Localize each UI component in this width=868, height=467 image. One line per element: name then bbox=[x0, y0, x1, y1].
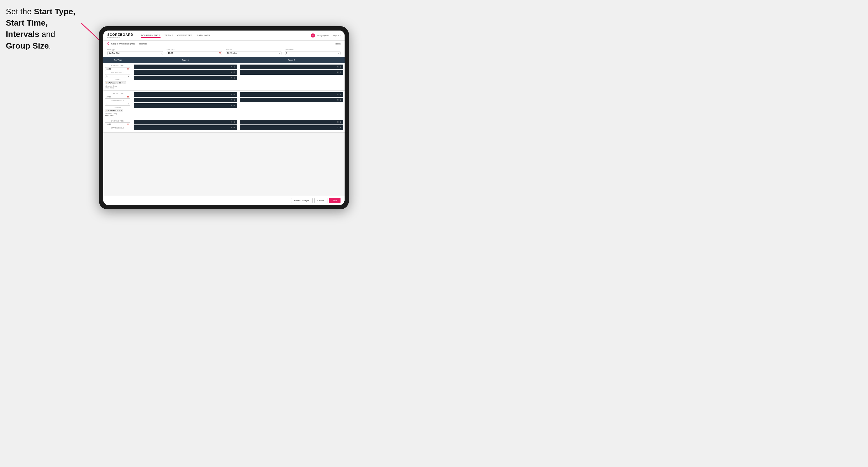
player-slot-2-1: ✕ ⊕ bbox=[240, 65, 343, 69]
player-slot-3-2: ✕ ⊕ bbox=[134, 98, 237, 102]
chevron-icon-1: ▾ bbox=[128, 75, 129, 77]
save-button[interactable]: Save bbox=[329, 198, 341, 203]
add-player-icon[interactable]: ⊕ bbox=[340, 66, 341, 68]
starting-time-input-1[interactable]: 10:00 ⏰ bbox=[105, 67, 130, 71]
add-player-icon[interactable]: ⊕ bbox=[234, 77, 235, 79]
back-link[interactable]: Back bbox=[335, 42, 341, 45]
schedule-table: Tee Time Team 1 Team 2 STARTING TIME: 10… bbox=[103, 57, 345, 196]
remove-player-icon[interactable]: ✕ bbox=[231, 99, 232, 101]
nav-link-tournaments[interactable]: TOURNAMENTS bbox=[141, 33, 160, 38]
add-player-icon[interactable]: ⊕ bbox=[340, 99, 341, 101]
slot-icons: ✕ ⊕ bbox=[231, 121, 235, 123]
footer-bar: Reset Changes Cancel Save bbox=[103, 196, 345, 205]
add-player-icon[interactable]: ⊕ bbox=[340, 71, 341, 73]
start-time-value: 10:00 bbox=[168, 52, 173, 54]
group-row-1: STARTING TIME: 10:00 ⏰ STARTING HOLE: 1 … bbox=[103, 63, 345, 91]
start-type-value: 1st Tee Start bbox=[109, 52, 120, 54]
settings-row: Start Type 1st Tee Start ▾ Start Time 10… bbox=[103, 47, 345, 57]
add-group-2[interactable]: + Add Group bbox=[105, 115, 130, 116]
add-player-icon[interactable]: ⊕ bbox=[234, 66, 235, 68]
player-slot-3-3: ✕ ⊕ bbox=[134, 103, 237, 108]
remove-player-icon[interactable]: ✕ bbox=[337, 121, 339, 123]
col-team2: Team 2 bbox=[239, 58, 345, 62]
reset-changes-button[interactable]: Reset Changes bbox=[291, 198, 313, 203]
sign-out-link[interactable]: Sign out bbox=[333, 35, 341, 37]
add-player-icon[interactable]: ⊕ bbox=[234, 126, 235, 129]
course-label-1: COURSE: bbox=[105, 79, 130, 81]
intervals-select[interactable]: 10 Minutes ▾ bbox=[226, 51, 281, 55]
clock-icon-1: ⏰ bbox=[127, 68, 129, 70]
user-email: blair@clipp.io bbox=[317, 35, 329, 37]
breadcrumb: C Clippd Invitational (Me) › Hosting bbox=[107, 42, 147, 45]
start-time-select[interactable]: 10:00 ⏰ bbox=[166, 51, 222, 55]
slot-icons: ✕ ⊕ bbox=[337, 99, 341, 101]
breadcrumb-section: Hosting bbox=[139, 42, 147, 45]
remove-player-icon[interactable]: ✕ bbox=[337, 99, 339, 101]
starting-hole-input-2[interactable]: 1 ▾ bbox=[105, 102, 130, 105]
group-actions-2: ○ Remove Group + Add Group bbox=[105, 113, 130, 116]
course-label-2: COURSE: bbox=[105, 106, 130, 108]
add-player-icon[interactable]: ⊕ bbox=[234, 71, 235, 73]
slot-icons: ✕ ⊕ bbox=[231, 126, 235, 129]
tee-time-col-2: STARTING TIME: 10:10 ⏰ STARTING HOLE: 1 … bbox=[103, 91, 132, 118]
clock-icon-2: ⏰ bbox=[127, 96, 129, 98]
slot-icons: ✕ ⊕ bbox=[231, 77, 235, 79]
group-row-2: STARTING TIME: 10:10 ⏰ STARTING HOLE: 1 … bbox=[103, 91, 345, 118]
col-tee-time: Tee Time bbox=[103, 58, 132, 62]
player-slot-6-1: ✕ ⊕ bbox=[240, 120, 343, 124]
remove-player-icon[interactable]: ✕ bbox=[231, 93, 232, 96]
start-type-select[interactable]: 1st Tee Start ▾ bbox=[107, 51, 163, 55]
slot-icons: ✕ ⊕ bbox=[337, 126, 341, 129]
table-header: Tee Time Team 1 Team 2 bbox=[103, 57, 345, 63]
add-course-icon-2[interactable]: + bbox=[121, 110, 122, 112]
add-player-icon[interactable]: ⊕ bbox=[340, 126, 341, 129]
remove-player-icon[interactable]: ✕ bbox=[231, 71, 232, 73]
remove-player-icon[interactable]: ✕ bbox=[231, 104, 232, 107]
add-player-icon[interactable]: ⊕ bbox=[340, 121, 341, 123]
team2-col-1: ✕ ⊕ ✕ ⊕ bbox=[239, 63, 345, 90]
group-size-group: Group Size 3 ▾ bbox=[285, 49, 341, 55]
remove-player-icon[interactable]: ✕ bbox=[337, 66, 339, 68]
nav-link-committee[interactable]: COMMITTEE bbox=[177, 33, 193, 38]
breadcrumb-bar: C Clippd Invitational (Me) › Hosting Bac… bbox=[103, 41, 345, 47]
tablet-screen: SCOREBOARD Powered by clipp.io TOURNAMEN… bbox=[103, 31, 345, 205]
add-player-icon[interactable]: ⊕ bbox=[340, 93, 341, 96]
team1-col-3: ✕ ⊕ ✕ ⊕ bbox=[132, 118, 239, 132]
separator: | bbox=[331, 35, 331, 37]
player-slot-1-3: ✕ ⊕ bbox=[134, 75, 237, 80]
team1-col-1: ✕ ⊕ ✕ ⊕ ✕ ⊕ bbox=[132, 63, 239, 90]
add-player-icon[interactable]: ⊕ bbox=[234, 93, 235, 96]
nav-link-teams[interactable]: TEAMS bbox=[164, 33, 173, 38]
starting-hole-input-1[interactable]: 1 ▾ bbox=[105, 74, 130, 78]
starting-time-label-2: STARTING TIME: bbox=[105, 92, 130, 94]
group-actions-1: ○ Remove Group + Add Group bbox=[105, 85, 130, 89]
add-course-icon-1[interactable]: + bbox=[124, 82, 125, 84]
remove-course-icon-2[interactable]: ✕ bbox=[119, 109, 120, 112]
nav-link-rankings[interactable]: RANKINGS bbox=[196, 33, 210, 38]
add-player-icon[interactable]: ⊕ bbox=[234, 99, 235, 101]
add-group-1[interactable]: + Add Group bbox=[105, 87, 130, 89]
remove-player-icon[interactable]: ✕ bbox=[337, 71, 339, 73]
user-avatar: B bbox=[311, 33, 315, 37]
nav-bar: SCOREBOARD Powered by clipp.io TOURNAMEN… bbox=[103, 31, 345, 41]
remove-player-icon[interactable]: ✕ bbox=[231, 126, 232, 129]
remove-player-icon[interactable]: ✕ bbox=[231, 66, 232, 68]
player-slot-5-1: ✕ ⊕ bbox=[134, 120, 237, 124]
remove-course-icon-1[interactable]: ✕ bbox=[122, 82, 123, 84]
starting-time-input-2[interactable]: 10:10 ⏰ bbox=[105, 95, 130, 99]
breadcrumb-tournament[interactable]: Clippd Invitational (Me) bbox=[111, 42, 135, 45]
player-slot-1-2: ✕ ⊕ bbox=[134, 70, 237, 75]
group-size-select[interactable]: 3 ▾ bbox=[285, 51, 341, 55]
start-type-label: Start Type bbox=[107, 49, 163, 51]
add-player-icon[interactable]: ⊕ bbox=[234, 104, 235, 107]
remove-player-icon[interactable]: ✕ bbox=[337, 93, 339, 96]
remove-player-icon[interactable]: ✕ bbox=[231, 77, 232, 79]
cancel-button[interactable]: Cancel bbox=[314, 198, 328, 203]
slot-icons: ✕ ⊕ bbox=[231, 99, 235, 101]
remove-player-icon[interactable]: ✕ bbox=[337, 126, 339, 129]
add-player-icon[interactable]: ⊕ bbox=[234, 121, 235, 123]
tee-time-col-3: STARTING TIME: 10:20 ⏰ STARTING HOLE: bbox=[103, 118, 132, 132]
starting-time-input-3[interactable]: 10:20 ⏰ bbox=[105, 122, 130, 126]
remove-player-icon[interactable]: ✕ bbox=[231, 121, 232, 123]
clock-icon-3: ⏰ bbox=[127, 124, 129, 125]
